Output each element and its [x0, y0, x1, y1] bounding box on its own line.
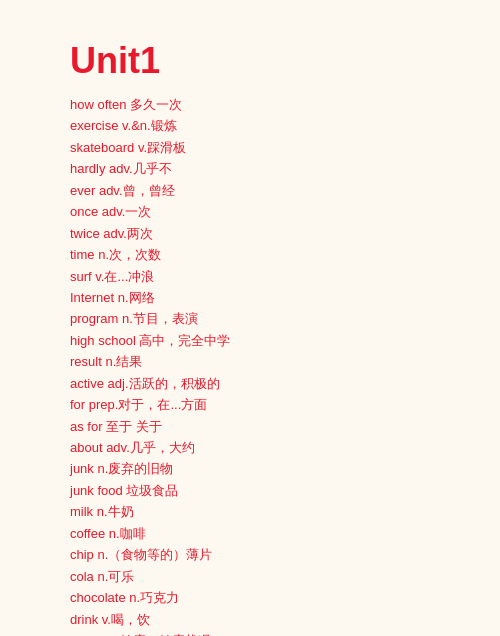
list-item: result n.结果	[70, 351, 470, 372]
list-item: exercise v.&n.锻炼	[70, 115, 470, 136]
list-item: Internet n.网络	[70, 287, 470, 308]
list-item: active adj.活跃的，积极的	[70, 373, 470, 394]
list-item: as for 至于 关于	[70, 416, 470, 437]
list-item: coffee n.咖啡	[70, 523, 470, 544]
list-item: hardly adv.几乎不	[70, 158, 470, 179]
list-item: drink v.喝，饮	[70, 609, 470, 630]
list-item: twice adv.两次	[70, 223, 470, 244]
page-title: Unit1	[70, 40, 470, 82]
list-item: health n.健康，健康状况	[70, 630, 470, 636]
list-item: chocolate n.巧克力	[70, 587, 470, 608]
list-item: ever adv.曾，曾经	[70, 180, 470, 201]
list-item: cola n.可乐	[70, 566, 470, 587]
list-item: junk n.废弃的旧物	[70, 458, 470, 479]
list-item: high school 高中，完全中学	[70, 330, 470, 351]
list-item: once adv.一次	[70, 201, 470, 222]
list-item: about adv.几乎，大约	[70, 437, 470, 458]
list-item: time n.次，次数	[70, 244, 470, 265]
list-item: skateboard v.踩滑板	[70, 137, 470, 158]
list-item: chip n.（食物等的）薄片	[70, 544, 470, 565]
list-item: surf v.在...冲浪	[70, 266, 470, 287]
list-item: for prep.对于，在...方面	[70, 394, 470, 415]
vocab-list: how often 多久一次exercise v.&n.锻炼skateboard…	[70, 94, 470, 636]
list-item: program n.节目，表演	[70, 308, 470, 329]
list-item: junk food 垃圾食品	[70, 480, 470, 501]
list-item: how often 多久一次	[70, 94, 470, 115]
list-item: milk n.牛奶	[70, 501, 470, 522]
